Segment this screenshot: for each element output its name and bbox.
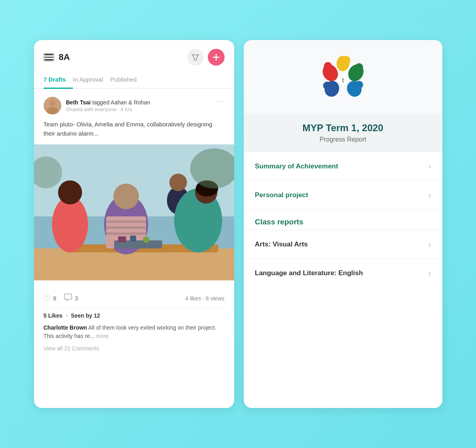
svg-point-6	[49, 100, 56, 107]
svg-rect-19	[106, 232, 146, 235]
hamburger-menu[interactable]	[44, 53, 54, 61]
svg-rect-18	[106, 226, 146, 229]
report-title: MYP Term 1, 2020	[252, 122, 434, 134]
report-sections: Summary of Achievement › Personal projec…	[244, 152, 442, 408]
logo-section: t	[244, 40, 442, 114]
report-title-section: MYP Term 1, 2020 Progress Report	[244, 114, 442, 152]
comments-stat[interactable]: 3	[64, 293, 78, 303]
avatar	[44, 97, 61, 114]
svg-point-20	[113, 184, 139, 209]
post-text: Team pluto- Olivia, Amelia and Emma, col…	[44, 120, 225, 138]
chevron-right-icon-2: ›	[428, 190, 431, 200]
svg-text:t: t	[342, 77, 344, 84]
class-reports-title: Class reports	[255, 218, 431, 226]
post-time: Shared with everyone · 4 hrs	[66, 106, 151, 112]
card-header: 8A	[34, 40, 234, 66]
post-meta: Beth Tsai tagged Aahan & Rohan Shared wi…	[44, 97, 225, 114]
add-button[interactable]	[208, 49, 225, 66]
svg-point-39	[355, 81, 363, 89]
svg-rect-26	[130, 236, 136, 242]
summary-achievement-item[interactable]: Summary of Achievement ›	[244, 152, 442, 181]
app-logo: t	[319, 56, 367, 104]
svg-point-12	[169, 174, 187, 191]
language-literature-item[interactable]: Language and Literature: English ›	[244, 259, 442, 287]
svg-rect-25	[118, 236, 126, 242]
likes-stat[interactable]: ♡ 8	[44, 294, 56, 303]
chevron-right-icon: ›	[428, 162, 431, 171]
comment-icon	[64, 293, 72, 303]
filter-icon	[191, 53, 199, 61]
plus-icon	[212, 53, 220, 61]
author-info: Beth Tsai tagged Aahan & Rohan Shared wi…	[66, 99, 151, 112]
tab-drafts[interactable]: 7 Drafts	[44, 72, 73, 89]
post-stats-section: ♡ 8 3 4 likes · 8 views	[34, 280, 234, 352]
personal-project-label: Personal project	[255, 191, 308, 199]
post-author: Beth Tsai tagged Aahan & Rohan Shared wi…	[44, 97, 151, 114]
author-name: Beth Tsai tagged Aahan & Rohan	[66, 99, 151, 106]
tabs-bar: 7 Drafts In Approval Published	[34, 72, 234, 89]
arts-visual-arts-label: Arts: Visual Arts	[255, 240, 308, 248]
tab-published[interactable]: Published	[110, 72, 144, 89]
more-options-button[interactable]: ···	[215, 97, 225, 105]
header-actions	[187, 49, 225, 66]
arts-visual-arts-item[interactable]: Arts: Visual Arts ›	[244, 230, 442, 259]
filter-button[interactable]	[187, 49, 204, 66]
chevron-right-icon-3: ›	[428, 240, 431, 249]
summary-achievement-label: Summary of Achievement	[255, 162, 338, 170]
heart-icon: ♡	[44, 294, 51, 303]
svg-rect-17	[106, 220, 146, 223]
likes-seen: 5 Likes • Seen by 12	[44, 309, 225, 322]
class-title: 8A	[59, 52, 70, 62]
comment-preview: Charlotte Brown All of them look very ex…	[44, 322, 225, 342]
svg-point-41	[323, 82, 331, 90]
stat-icons: ♡ 8 3	[44, 293, 78, 303]
svg-point-13	[52, 196, 88, 252]
likes-label: 5 Likes	[44, 312, 62, 319]
left-panel: 8A 7 Drafts In Approval Pu	[34, 40, 234, 408]
view-comments-link[interactable]: View all 21 Comments	[44, 345, 225, 352]
personal-project-item[interactable]: Personal project ›	[244, 181, 442, 210]
svg-point-27	[143, 236, 149, 243]
report-subtitle: Progress Report	[252, 136, 434, 143]
header-left: 8A	[44, 52, 70, 62]
chevron-right-icon-4: ›	[428, 268, 431, 278]
svg-point-35	[342, 56, 350, 64]
svg-point-37	[355, 63, 363, 71]
tab-in-approval[interactable]: In Approval	[73, 72, 110, 89]
right-panel: t	[244, 40, 442, 408]
stat-right: 4 likes · 8 views	[185, 295, 224, 302]
comment-more-link[interactable]: more	[96, 333, 109, 339]
seen-label: Seen by 12	[71, 312, 100, 319]
language-literature-label: Language and Literature: English	[255, 269, 363, 277]
post-image	[34, 144, 234, 280]
class-reports-header: Class reports	[244, 210, 442, 230]
svg-rect-9	[34, 248, 234, 280]
classroom-image	[34, 144, 234, 280]
post-section: Beth Tsai tagged Aahan & Rohan Shared wi…	[34, 89, 234, 138]
divider	[44, 307, 225, 308]
post-stats: ♡ 8 3 4 likes · 8 views	[44, 288, 225, 306]
svg-point-33	[324, 62, 332, 70]
svg-marker-0	[192, 55, 199, 60]
svg-point-14	[58, 180, 82, 204]
